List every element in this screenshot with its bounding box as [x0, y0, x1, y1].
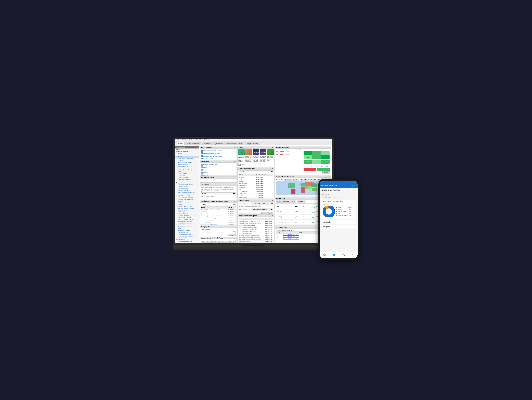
sidebar-item-all-sec[interactable]: All Securities Universe	[175, 224, 199, 226]
sidebar-collapse-icon[interactable]: ◁	[197, 147, 198, 148]
qs-portfolio-report[interactable]: Portfolio Report Builder	[201, 163, 235, 166]
sidebar-item-res-reports[interactable]: Research Reports	[175, 237, 199, 239]
phone-nav-home[interactable]: 🏠 Home	[323, 253, 326, 258]
sidebar-item-home[interactable]: Home	[175, 148, 199, 150]
email-icon[interactable]: ✉	[352, 185, 353, 187]
mi-tab-european[interactable]: European	[297, 200, 304, 203]
gmb-time-1y[interactable]: 1Y	[307, 179, 310, 181]
sidebar-item-model-portfolios[interactable]: Model Portfolios	[175, 163, 199, 165]
refrool-button[interactable]: Refrool	[322, 171, 330, 174]
analyst-name[interactable]: Affiliated Managers Group Inc	[201, 217, 227, 219]
analyst-report-collapse[interactable]: ▲	[234, 200, 235, 202]
sidebar-item-529-plan[interactable]: US 529 Plan Universe	[175, 217, 199, 219]
tdf-article-name[interactable]: Fidelity Advisor Freedom Series	[239, 228, 265, 230]
sidebar-item-sa-universe[interactable]: US SA Universe	[175, 209, 199, 211]
tab-research[interactable]: Research	[202, 142, 212, 145]
sf-ticker-input[interactable]	[239, 206, 273, 208]
mi-tab-us[interactable]: U.S.	[276, 200, 281, 203]
tab-analyst-research[interactable]: Analyst Research	[245, 142, 260, 145]
analyst-name[interactable]: Waddell & Reed Financial Inc A	[201, 209, 227, 211]
file-name[interactable]: mk	[239, 188, 256, 190]
proposal-simplified[interactable]: Simplified Quick	[201, 157, 235, 159]
sidebar-item-asset-alloc[interactable]: Asset Allocation Models	[175, 161, 199, 163]
file-name[interactable]: AWE	[239, 178, 256, 180]
video-thumb-2[interactable]: 🏪 We think the Chinese retail giant is o…	[245, 149, 252, 166]
mi-tab-morningstar[interactable]: Morningstar	[281, 200, 291, 203]
gmb-time-1d[interactable]: 1D	[300, 179, 303, 181]
file-name[interactable]: *** VA	[239, 194, 256, 196]
sidebar-item-hypo-lists[interactable]: Hypo Lists	[175, 243, 199, 243]
file-name[interactable]: John Leonardi	[239, 182, 256, 184]
sidebar-item-cnp-custom[interactable]: C&P Custom Views	[175, 178, 199, 180]
tdf-article-name[interactable]: Fidelity Freedom Series	[239, 232, 265, 234]
sidebar-item-hedge[interactable]: Hedge Fund Universe	[175, 222, 199, 224]
tdf-article-name[interactable]: John Hancock Multi-Index Preservatio...	[239, 236, 265, 238]
sidebar-item-res-searches[interactable]: Research Searches	[175, 233, 199, 235]
recently-modified-collapse[interactable]: ▲	[272, 168, 273, 169]
sidebar-item-res-lists[interactable]: Research Lists	[175, 232, 199, 233]
sidebar-item-va-contract[interactable]: US VA Contract Universe	[175, 195, 199, 197]
tdf-article-name[interactable]: American Century One Choice Series	[239, 220, 265, 222]
menu-help[interactable]: Help ▾	[204, 139, 209, 141]
file-name[interactable]: Alli Testing	[239, 186, 256, 188]
phone-nav-more[interactable]: ••• More	[352, 253, 354, 258]
global-barometer-collapse[interactable]: ▲	[328, 176, 330, 178]
sidebar-item-fia-contract[interactable]: US Fixed Indexed Annuity Contract	[175, 202, 199, 205]
baro-3mo[interactable]: 3Mo	[316, 166, 318, 168]
analyst-name[interactable]: Pinnacle West Capital Corp	[201, 223, 227, 225]
sidebar-item-cnp-searches[interactable]: C&P Searches	[175, 176, 199, 178]
sidebar-item-cnp[interactable]: Clients & Portfolios	[175, 150, 199, 152]
gmb-time-3y[interactable]: 3Y	[310, 179, 313, 181]
qs-group[interactable]: Group	[201, 166, 235, 169]
baro-1yr[interactable]: 1Yr	[321, 166, 323, 168]
ts-name[interactable]: Vanguard Total Bond Market...	[282, 236, 319, 238]
analyst-filter-select[interactable]: Latest	[201, 203, 235, 206]
analyst-name[interactable]: Franklin Resources Inc	[201, 219, 227, 221]
tab-home[interactable]: Home	[177, 142, 184, 145]
baro-1mo[interactable]: 1Mo	[310, 166, 313, 168]
sidebar-item-hypo-user-files[interactable]: Hypotheticals User Files	[175, 241, 199, 243]
category-report-button[interactable]: Report	[228, 234, 235, 236]
tab-clients-portfolios[interactable]: Clients & Portfolios	[185, 142, 201, 145]
file-name[interactable]: aimeili	[239, 180, 256, 182]
category-collapse[interactable]: ▲	[234, 226, 235, 228]
sidebar-item-fixed-contract[interactable]: US Fixed Annuity Contract	[175, 207, 199, 209]
file-name[interactable]: Aguilar Family	[239, 184, 256, 186]
sidebar-item-529-portfolio[interactable]: US 529 Portfolio Universe	[175, 219, 199, 220]
sidebar-item-uit[interactable]: US UIT Universe	[175, 213, 199, 215]
file-name[interactable]: GrossJoy	[239, 176, 256, 178]
video-thumb-3[interactable]: Insights We discuss behavioral mistakes,…	[253, 149, 259, 166]
sidebar-item-advisor-defined[interactable]: Advisor-Defined Securities	[175, 169, 199, 171]
analyst-name[interactable]: Allstate Corp	[201, 211, 227, 213]
sidebar-item-cit[interactable]: US CIT Universe	[175, 211, 199, 213]
analyst-name[interactable]: Sociedad Quimica Y Minera De Chile S...	[201, 215, 227, 217]
gmb-tab-valuation[interactable]: Valuation	[293, 179, 299, 181]
sidebar-item-offshore[interactable]: Offshore Fund Universe	[175, 220, 199, 222]
sidebar-item-research[interactable]: Research	[175, 182, 199, 184]
tdf-article-name[interactable]: BlackRock LifePath Index Series	[239, 226, 265, 228]
video-thumb-4[interactable]: Insights We discuss behavioral mistakes,…	[260, 149, 266, 166]
menu-reports[interactable]: Reports ▾	[196, 139, 202, 141]
security-finder-collapse[interactable]: ▲	[272, 200, 273, 201]
mi-tab-asian[interactable]: Asian	[291, 200, 297, 203]
video-thumb-5[interactable]: 🌿 With integra firms now se generate mo.…	[267, 149, 273, 166]
sidebar-item-client-plans[interactable]: Client Plans & Proposals	[175, 158, 199, 160]
ts-name[interactable]: iShares MSCI Emerging Mark...	[282, 238, 319, 240]
sidebar-item-groups[interactable]: Groups	[175, 152, 199, 154]
baro-1wk[interactable]: 1Wk	[305, 166, 307, 168]
file-name[interactable]: (TEMP) GRIGGS	[239, 192, 256, 194]
sf-report-select[interactable]: Investment Detail Report	[251, 208, 273, 211]
sidebar-item-portfolios[interactable]: Portfolios	[175, 156, 199, 158]
menu-tools[interactable]: Tools ▾	[189, 139, 194, 141]
tdf-article-name[interactable]: Manning & Napier Target Series	[239, 242, 265, 243]
sidebar-item-dc-plans[interactable]: DC Plans	[175, 160, 199, 161]
video-thumb-1[interactable]: 🚗 Both automakers offer attractive divid…	[238, 149, 245, 166]
tdf-article-name[interactable]: BlackRock LifePath Dynamic	[239, 224, 265, 226]
sidebar-item-res-user-files[interactable]: Research User Files	[175, 230, 199, 232]
category-select[interactable]: No Preference	[201, 231, 235, 233]
menu-file[interactable]: File ▾	[177, 139, 180, 141]
sidebar-item-clients[interactable]: Clients	[175, 154, 199, 156]
expand-reports[interactable]: ▶ Reports ›	[322, 225, 356, 229]
target-date-collapse[interactable]: ▲	[272, 215, 273, 216]
files-col-name[interactable]: File Name	[239, 174, 256, 176]
